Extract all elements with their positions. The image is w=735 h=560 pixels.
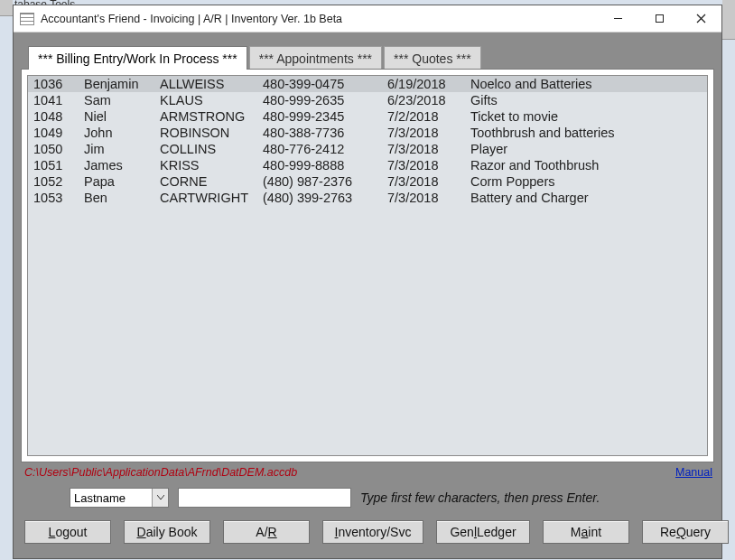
system-menu-icon[interactable] — [20, 13, 34, 25]
table-row[interactable]: 1048NielARMSTRONG480-999-23457/2/2018Tic… — [28, 108, 707, 125]
cell-date: 7/3/2018 — [382, 190, 465, 206]
maximize-button[interactable] — [638, 5, 680, 33]
search-hint: Type first few characters, then press En… — [360, 490, 600, 505]
cell-desc: Gifts — [465, 92, 707, 108]
cell-lastname: CARTWRIGHT — [154, 190, 257, 206]
cell-lastname: KRISS — [154, 157, 257, 173]
cell-id: 1053 — [28, 190, 79, 206]
logout-button[interactable]: Logout — [24, 520, 111, 544]
search-input[interactable] — [178, 488, 351, 508]
cell-phone: 480-999-2345 — [257, 108, 382, 125]
ar-button[interactable]: A/R — [223, 520, 310, 544]
cell-lastname: KLAUS — [154, 92, 257, 108]
maint-button[interactable]: Maint — [543, 520, 629, 544]
records-grid[interactable]: 1036BenjaminALLWEISS480-399-04756/19/201… — [27, 75, 708, 456]
tab-1[interactable]: *** Appointments *** — [249, 46, 382, 70]
cell-desc: Razor and Toothbrush — [465, 157, 707, 173]
table-row[interactable]: 1051JamesKRISS480-999-88887/3/2018Razor … — [28, 157, 707, 173]
search-field-value[interactable] — [70, 488, 169, 508]
tab-strip: *** Billing Entry/Work In Process ******… — [28, 40, 714, 69]
cell-lastname: ALLWEISS — [154, 76, 257, 92]
genl-ledger-button[interactable]: Genl Ledger — [436, 520, 530, 544]
cell-firstname: John — [79, 125, 154, 141]
cell-date: 7/3/2018 — [382, 173, 465, 190]
cell-date: 7/3/2018 — [382, 141, 465, 157]
cell-desc: Corm Poppers — [465, 173, 707, 190]
tab-2[interactable]: *** Quotes *** — [384, 46, 481, 70]
cell-id: 1051 — [28, 157, 79, 173]
titlebar[interactable]: Accountant's Friend - Invoicing | A/R | … — [14, 5, 721, 33]
cell-firstname: Jim — [79, 141, 154, 157]
cell-id: 1050 — [28, 141, 79, 157]
cell-id: 1041 — [28, 92, 79, 108]
cell-firstname: Benjamin — [79, 76, 154, 92]
cell-id: 1036 — [28, 76, 79, 92]
cell-phone: 480-388-7736 — [257, 125, 382, 141]
db-path: C:\Users\Public\ApplicationData\AFrnd\Da… — [24, 466, 297, 479]
cell-lastname: COLLINS — [154, 141, 257, 157]
cell-lastname: ROBINSON — [154, 125, 257, 141]
cell-id: 1048 — [28, 108, 79, 125]
cell-desc: Ticket to movie — [465, 108, 707, 125]
cell-firstname: Sam — [79, 92, 154, 108]
cell-desc: Battery and Charger — [465, 190, 707, 206]
requery-button[interactable]: ReQuery — [642, 520, 729, 544]
cell-date: 7/2/2018 — [382, 108, 465, 125]
search-field-combo[interactable] — [70, 488, 169, 508]
cell-lastname: ARMSTRONG — [154, 108, 257, 125]
app-window: Accountant's Friend - Invoicing | A/R | … — [13, 5, 722, 559]
cell-date: 6/23/2018 — [382, 92, 465, 108]
close-button[interactable] — [680, 5, 721, 33]
cell-phone: 480-776-2412 — [257, 141, 382, 157]
cell-phone: 480-999-2635 — [257, 92, 382, 108]
cell-id: 1052 — [28, 173, 79, 190]
cell-id: 1049 — [28, 125, 79, 141]
window-title: Accountant's Friend - Invoicing | A/R | … — [41, 13, 342, 25]
table-row[interactable]: 1036BenjaminALLWEISS480-399-04756/19/201… — [28, 76, 707, 92]
cell-date: 6/19/2018 — [382, 76, 465, 92]
cell-date: 7/3/2018 — [382, 157, 465, 173]
table-row[interactable]: 1053BenCARTWRIGHT(480) 399-27637/3/2018B… — [28, 190, 707, 206]
tab-0[interactable]: *** Billing Entry/Work In Process *** — [28, 46, 247, 70]
cell-phone: (480) 987-2376 — [257, 173, 382, 190]
cell-firstname: Ben — [79, 190, 154, 206]
svg-rect-1 — [656, 15, 663, 23]
table-row[interactable]: 1050JimCOLLINS480-776-24127/3/2018Player — [28, 141, 707, 157]
daily-book-button[interactable]: Daily Book — [124, 520, 210, 544]
cell-phone: 480-399-0475 — [257, 76, 382, 92]
cell-phone: 480-999-8888 — [257, 157, 382, 173]
manual-link[interactable]: Manual — [675, 466, 712, 479]
inventory-svc-button[interactable]: Inventory/Svc — [322, 520, 423, 544]
cell-desc: Toothbrush and batteries — [465, 125, 707, 141]
cell-lastname: CORNE — [154, 173, 257, 190]
minimize-button[interactable] — [597, 5, 638, 33]
cell-date: 7/3/2018 — [382, 125, 465, 141]
cell-firstname: Niel — [79, 108, 154, 125]
cell-desc: Player — [465, 141, 707, 157]
table-row[interactable]: 1052PapaCORNE(480) 987-23767/3/2018Corm … — [28, 173, 707, 190]
tab-panel-billing: 1036BenjaminALLWEISS480-399-04756/19/201… — [21, 69, 714, 462]
cell-firstname: Papa — [79, 173, 154, 190]
table-row[interactable]: 1041SamKLAUS480-999-26356/23/2018Gifts — [28, 92, 707, 108]
table-row[interactable]: 1049JohnROBINSON480-388-77367/3/2018Toot… — [28, 125, 707, 141]
cell-desc: Noelco and Batteries — [465, 76, 707, 92]
cell-firstname: James — [79, 157, 154, 173]
cell-phone: (480) 399-2763 — [257, 190, 382, 206]
